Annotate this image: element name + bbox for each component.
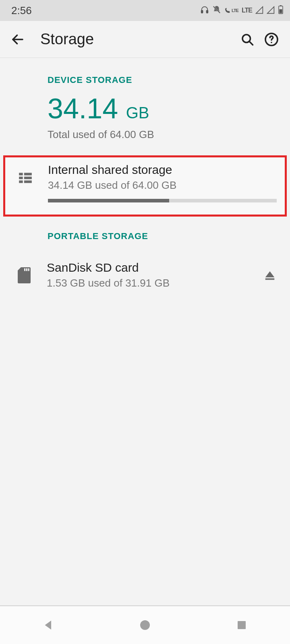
storage-used-number: 34.14 — [48, 93, 118, 124]
internal-storage-progress — [48, 199, 277, 202]
nav-recent-button[interactable] — [218, 619, 266, 631]
svg-rect-21 — [265, 278, 275, 280]
internal-storage-title: Internal shared storage — [48, 163, 277, 177]
svg-rect-18 — [24, 268, 25, 271]
lte-label: LTE — [242, 7, 252, 14]
signal-1-icon — [255, 4, 263, 17]
storage-used-value: 34.14 GB — [48, 93, 290, 124]
content: DEVICE STORAGE 34.14 GB Total used of 64… — [0, 58, 290, 301]
sdcard-row[interactable]: SanDisk SD card 1.53 GB used of 31.91 GB — [0, 250, 290, 301]
svg-rect-13 — [24, 173, 32, 175]
notifications-off-icon — [212, 4, 221, 17]
svg-rect-6 — [280, 9, 282, 13]
svg-rect-0 — [201, 10, 203, 12]
internal-storage-row[interactable]: Internal shared storage 34.14 GB used of… — [10, 163, 277, 202]
svg-rect-17 — [24, 180, 32, 183]
svg-rect-23 — [238, 621, 246, 629]
highlight-annotation: Internal shared storage 34.14 GB used of… — [3, 155, 287, 217]
page-title: Storage — [40, 31, 235, 48]
internal-storage-progress-fill — [48, 199, 169, 202]
sdcard-subtitle: 1.53 GB used of 31.91 GB — [47, 277, 259, 289]
status-icons: LTE LTE — [200, 4, 284, 17]
volte-icon: LTE — [224, 7, 238, 14]
nav-home-button[interactable] — [121, 619, 169, 632]
svg-rect-12 — [19, 173, 23, 175]
svg-point-11 — [271, 41, 272, 43]
svg-rect-19 — [26, 268, 27, 271]
storage-used-subtitle: Total used of 64.00 GB — [48, 128, 290, 141]
svg-rect-20 — [28, 268, 29, 271]
device-storage-header: DEVICE STORAGE — [0, 58, 290, 93]
svg-point-22 — [140, 620, 150, 630]
eject-button[interactable] — [259, 269, 281, 281]
status-time: 2:56 — [11, 4, 32, 17]
sdcard-title: SanDisk SD card — [47, 261, 259, 275]
svg-rect-1 — [207, 10, 208, 12]
storage-icon — [10, 163, 41, 186]
storage-summary[interactable]: 34.14 GB Total used of 64.00 GB — [0, 93, 290, 155]
svg-rect-15 — [24, 177, 32, 179]
portable-storage-header: PORTABLE STORAGE — [0, 219, 290, 250]
back-button[interactable] — [6, 32, 29, 47]
search-button[interactable] — [235, 32, 259, 47]
sdcard-icon — [9, 267, 39, 283]
status-bar: 2:56 LTE LTE — [0, 0, 290, 21]
storage-used-unit: GB — [126, 104, 149, 122]
svg-line-9 — [249, 41, 253, 45]
app-bar: Storage — [0, 21, 290, 58]
headphones-icon — [200, 4, 209, 17]
navigation-bar — [0, 605, 290, 644]
svg-rect-5 — [280, 5, 282, 6]
battery-icon — [278, 4, 284, 17]
nav-back-button[interactable] — [24, 618, 72, 632]
signal-2-icon — [267, 4, 275, 17]
internal-storage-subtitle: 34.14 GB used of 64.00 GB — [48, 179, 277, 192]
svg-rect-16 — [19, 180, 23, 183]
help-button[interactable] — [259, 32, 284, 47]
svg-rect-14 — [19, 177, 23, 179]
